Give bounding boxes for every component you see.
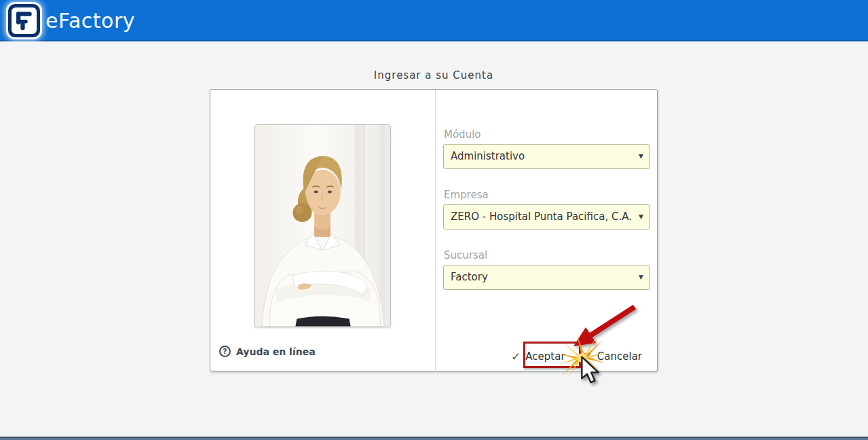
sucursal-label: Sucursal	[444, 249, 487, 261]
accept-button-label: Aceptar	[525, 350, 565, 363]
check-icon: ✓	[511, 350, 521, 363]
sucursal-selected-value: Factory	[451, 271, 488, 283]
modulo-label: Módulo	[444, 128, 481, 141]
x-icon: ✕	[583, 350, 592, 363]
modulo-select[interactable]: Administrativo ▼	[443, 144, 650, 169]
modulo-selected-value: Administrativo	[451, 150, 525, 162]
chevron-down-icon: ▼	[639, 205, 643, 229]
sucursal-select[interactable]: Factory ▼	[443, 265, 650, 290]
online-help-label: Ayuda en línea	[236, 346, 316, 357]
empresa-selected-value: ZERO - Hospital Punta Pacifica, C.A.	[451, 210, 632, 223]
cancel-button[interactable]: ✕ Cancelar	[579, 347, 646, 366]
form-actions: ✓ Aceptar ✕ Cancelar	[507, 347, 646, 366]
login-form: Módulo Administrativo ▼ Empresa ZERO - H…	[443, 90, 650, 371]
login-card: ? Ayuda en línea Módulo Administrativo ▼…	[210, 89, 658, 371]
chevron-down-icon: ▼	[639, 265, 643, 289]
efactory-logo-icon	[8, 4, 40, 37]
online-help-link[interactable]: ? Ayuda en línea	[219, 346, 316, 357]
woman-portrait-photo	[254, 124, 391, 327]
empresa-label: Empresa	[444, 189, 489, 201]
app-title: eFactory	[45, 9, 135, 33]
empresa-select[interactable]: ZERO - Hospital Punta Pacifica, C.A. ▼	[443, 204, 650, 230]
page-title: Ingresar a su Cuenta	[210, 69, 658, 81]
accept-button[interactable]: ✓ Aceptar	[507, 347, 569, 366]
question-circle-icon: ?	[219, 346, 231, 357]
cancel-button-label: Cancelar	[597, 350, 642, 363]
app-header: eFactory	[0, 0, 868, 41]
efactory-logo-f-glyph	[12, 7, 37, 34]
chevron-down-icon: ▼	[639, 145, 643, 168]
card-divider	[435, 90, 436, 371]
